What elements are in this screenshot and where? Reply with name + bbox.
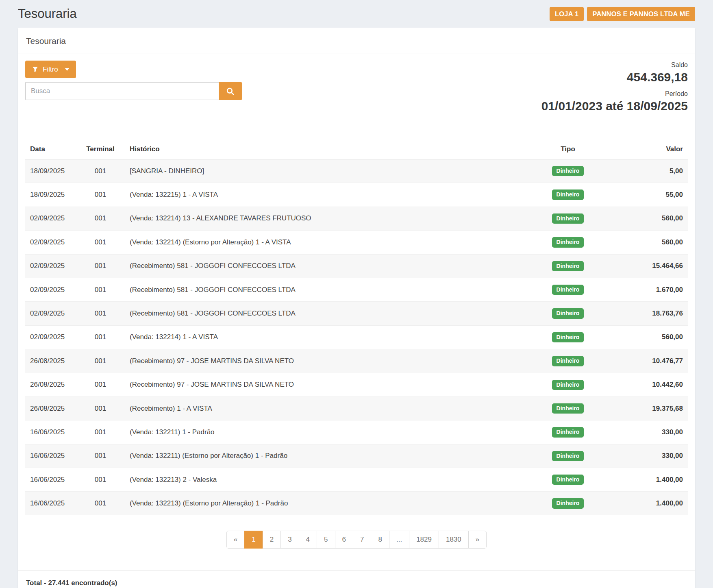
cell-valor: 1.400,00 <box>615 492 688 515</box>
table-row[interactable]: 26/08/2025 001 (Recebimento) 97 - JOSE M… <box>25 349 688 373</box>
funnel-icon <box>32 66 38 72</box>
table-row[interactable]: 02/09/2025 001 (Recebimento) 581 - JOGGO… <box>25 278 688 301</box>
page-title: Tesouraria <box>18 7 77 21</box>
table-row[interactable]: 16/06/2025 001 (Venda: 132213) (Estorno … <box>25 492 688 515</box>
pagination-prev[interactable]: « <box>226 531 245 549</box>
cell-data: 02/09/2025 <box>25 207 76 230</box>
cell-data: 02/09/2025 <box>25 325 76 349</box>
cell-valor: 10.476,77 <box>615 349 688 373</box>
pagination-item: ... <box>389 531 409 549</box>
cell-historico: (Venda: 132213) (Estorno por Alteração) … <box>125 492 521 515</box>
cell-valor: 18.763,76 <box>615 302 688 325</box>
cell-valor: 10.442,60 <box>615 373 688 396</box>
periodo-label: Período <box>541 89 688 98</box>
saldo-label: Saldo <box>541 61 688 70</box>
pagination-wrap: «12345678...18291830» <box>24 531 689 549</box>
pagination-item[interactable]: 8 <box>371 531 389 549</box>
saldo-block: Saldo 454.369,18 <box>541 61 688 85</box>
tipo-badge: Dinheiro <box>552 261 584 271</box>
cell-tipo: Dinheiro <box>521 373 615 396</box>
tipo-badge: Dinheiro <box>552 285 584 295</box>
pagination-item[interactable]: 7 <box>353 531 371 549</box>
cell-data: 02/09/2025 <box>25 231 76 254</box>
cell-tipo: Dinheiro <box>521 254 615 278</box>
cell-valor: 15.464,66 <box>615 254 688 278</box>
table-row[interactable]: 02/09/2025 001 (Venda: 132214) (Estorno … <box>25 231 688 254</box>
table-row[interactable]: 16/06/2025 001 (Venda: 132213) 2 - Vales… <box>25 468 688 492</box>
cell-tipo: Dinheiro <box>521 349 615 373</box>
cell-terminal: 001 <box>76 207 125 230</box>
cell-tipo: Dinheiro <box>521 278 615 301</box>
filter-search-area: Filtro <box>25 61 242 100</box>
table-row[interactable]: 26/08/2025 001 (Recebimento) 97 - JOSE M… <box>25 373 688 396</box>
pagination-item[interactable]: 1 <box>244 531 263 549</box>
toolbar: Filtro <box>24 61 689 122</box>
table-row[interactable]: 18/09/2025 001 (Venda: 132215) 1 - A VIS… <box>25 183 688 207</box>
table-row[interactable]: 02/09/2025 001 (Recebimento) 581 - JOGGO… <box>25 302 688 325</box>
tipo-badge: Dinheiro <box>552 475 584 485</box>
pagination-item[interactable]: 1829 <box>409 531 439 549</box>
cell-terminal: 001 <box>76 254 125 278</box>
cell-data: 16/06/2025 <box>25 420 76 444</box>
search-group <box>25 82 242 100</box>
filter-button[interactable]: Filtro <box>25 61 76 78</box>
tipo-badge: Dinheiro <box>552 166 584 176</box>
cell-tipo: Dinheiro <box>521 231 615 254</box>
table-row[interactable]: 02/09/2025 001 (Venda: 132214) 1 - A VIS… <box>25 325 688 349</box>
cell-historico: (Recebimento) 581 - JOGGOFI CONFECCOES L… <box>125 254 521 278</box>
card-title: Tesouraria <box>18 28 695 54</box>
tesouraria-card: Tesouraria Filtro <box>18 28 695 588</box>
company-button[interactable]: PANNOS E PANNOS LTDA ME <box>587 7 695 21</box>
table-row[interactable]: 18/09/2025 001 [SANGRIA - DINHEIRO] Dinh… <box>25 159 688 183</box>
pagination-item[interactable]: 1830 <box>439 531 469 549</box>
tipo-badge: Dinheiro <box>552 403 584 414</box>
cell-historico: (Recebimento) 581 - JOGGOFI CONFECCOES L… <box>125 278 521 301</box>
cell-data: 26/08/2025 <box>25 373 76 396</box>
pagination-item[interactable]: 4 <box>299 531 317 549</box>
cell-valor: 1.400,00 <box>615 468 688 492</box>
cell-valor: 560,00 <box>615 325 688 349</box>
pagination-item[interactable]: 5 <box>317 531 335 549</box>
pagination-item[interactable]: 6 <box>335 531 353 549</box>
cell-terminal: 001 <box>76 325 125 349</box>
tipo-badge: Dinheiro <box>552 498 584 508</box>
table-row[interactable]: 02/09/2025 001 (Recebimento) 581 - JOGGO… <box>25 254 688 278</box>
column-header-terminal: Terminal <box>76 139 125 159</box>
cell-historico: (Venda: 132211) 1 - Padrão <box>125 420 521 444</box>
cell-valor: 19.375,68 <box>615 396 688 420</box>
table-header-row: Data Terminal Histórico Tipo Valor <box>25 139 688 159</box>
cell-valor: 5,00 <box>615 159 688 183</box>
cell-historico: (Venda: 132214) 13 - ALEXANDRE TAVARES F… <box>125 207 521 230</box>
cell-terminal: 001 <box>76 444 125 468</box>
periodo-block: Período 01/01/2023 até 18/09/2025 <box>541 89 688 113</box>
table-row[interactable]: 16/06/2025 001 (Venda: 132211) 1 - Padrã… <box>25 420 688 444</box>
cell-data: 18/09/2025 <box>25 159 76 183</box>
total-count: Total - 27.441 encontrado(s) <box>18 571 695 588</box>
search-input[interactable] <box>25 82 219 100</box>
periodo-value: 01/01/2023 até 18/09/2025 <box>541 98 688 114</box>
store-button[interactable]: LOJA 1 <box>550 7 584 21</box>
cell-tipo: Dinheiro <box>521 325 615 349</box>
cell-tipo: Dinheiro <box>521 444 615 468</box>
transactions-table: Data Terminal Histórico Tipo Valor 18/09… <box>25 139 688 515</box>
cell-valor: 560,00 <box>615 207 688 230</box>
table-row[interactable]: 02/09/2025 001 (Venda: 132214) 13 - ALEX… <box>25 207 688 230</box>
search-button[interactable] <box>219 82 242 100</box>
cell-terminal: 001 <box>76 396 125 420</box>
cell-tipo: Dinheiro <box>521 159 615 183</box>
table-row[interactable]: 26/08/2025 001 (Recebimento) 1 - A VISTA… <box>25 396 688 420</box>
pagination-next[interactable]: » <box>468 531 487 549</box>
cell-terminal: 001 <box>76 302 125 325</box>
cell-valor: 560,00 <box>615 231 688 254</box>
cell-historico: (Venda: 132215) 1 - A VISTA <box>125 183 521 207</box>
table-row[interactable]: 16/06/2025 001 (Venda: 132211) (Estorno … <box>25 444 688 468</box>
cell-valor: 330,00 <box>615 420 688 444</box>
pagination-item[interactable]: 2 <box>263 531 281 549</box>
card-body: Filtro <box>18 54 695 549</box>
cell-tipo: Dinheiro <box>521 396 615 420</box>
pagination-item[interactable]: 3 <box>280 531 299 549</box>
cell-tipo: Dinheiro <box>521 492 615 515</box>
tipo-badge: Dinheiro <box>552 237 584 247</box>
topbar: Tesouraria LOJA 1 PANNOS E PANNOS LTDA M… <box>18 0 695 28</box>
filter-button-label: Filtro <box>43 65 58 74</box>
